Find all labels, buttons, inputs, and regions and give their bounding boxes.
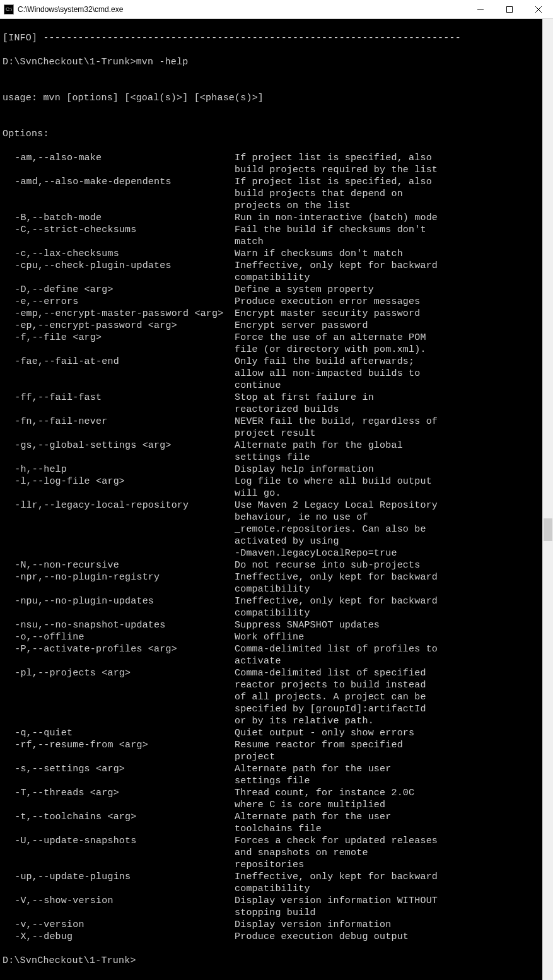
vertical-scrollbar[interactable] — [542, 19, 553, 980]
option-row: _remote.repositories. Can also be — [3, 523, 550, 535]
option-row: file (or directory with pom.xml). — [3, 344, 550, 356]
option-flag — [3, 583, 235, 595]
option-row: build projects required by the list — [3, 164, 550, 176]
option-desc: Work offline — [235, 631, 455, 643]
option-row: -B,--batch-modeRun in non-interactive (b… — [3, 212, 550, 224]
option-row: -fn,--fail-neverNEVER fail the build, re… — [3, 416, 550, 428]
option-desc: reactorized builds — [235, 404, 455, 416]
option-row: -v,--versionDisplay version information — [3, 919, 550, 931]
option-flag: -q,--quiet — [3, 727, 235, 739]
option-row: or by its relative path. — [3, 715, 550, 727]
option-desc: specified by [groupId]:artifactId — [235, 703, 455, 715]
option-row: behaviour, ie no use of — [3, 511, 550, 523]
option-desc: projects on the list — [235, 200, 455, 212]
svg-rect-1 — [507, 6, 513, 12]
option-desc: repositories — [235, 859, 455, 871]
option-desc: NEVER fail the build, regardless of — [235, 416, 455, 428]
cmd-icon: C:\ — [4, 4, 14, 15]
option-flag — [3, 452, 235, 464]
option-row: -o,--offlineWork offline — [3, 631, 550, 643]
option-desc: Produce execution error messages — [235, 296, 455, 308]
option-flag — [3, 272, 235, 284]
option-flag — [3, 799, 235, 811]
option-flag: -emp,--encrypt-master-password <arg> — [3, 308, 235, 320]
option-desc: Resume reactor from specified — [235, 739, 455, 751]
option-row: -D,--define <arg>Define a system propert… — [3, 284, 550, 296]
option-flag: -h,--help — [3, 464, 235, 475]
option-row: -s,--settings <arg>Alternate path for th… — [3, 763, 550, 775]
option-flag: -npr,--no-plugin-registry — [3, 571, 235, 583]
option-flag: -t,--toolchains <arg> — [3, 811, 235, 823]
option-row: stopping build — [3, 907, 550, 919]
option-flag: -npu,--no-plugin-updates — [3, 595, 235, 607]
prompt-line-1: D:\SvnCheckout\1-Trunk>mvn -help — [3, 56, 550, 68]
option-desc: _remote.repositories. Can also be — [235, 523, 455, 535]
option-row: -X,--debugProduce execution debug output — [3, 931, 550, 943]
option-desc: of all projects. A project can be — [235, 691, 455, 703]
option-row: where C is core multiplied — [3, 799, 550, 811]
info-line: [INFO] ---------------------------------… — [3, 32, 550, 44]
option-flag — [3, 751, 235, 763]
option-desc: Do not recurse into sub-projects — [235, 559, 455, 571]
option-flag: -cpu,--check-plugin-updates — [3, 260, 235, 272]
option-desc: Display version information — [235, 919, 455, 931]
option-flag — [3, 404, 235, 416]
option-row: build projects that depend on — [3, 188, 550, 200]
option-desc: Ineffective, only kept for backward — [235, 260, 455, 272]
option-desc: Ineffective, only kept for backward — [235, 871, 455, 883]
option-row: -f,--file <arg>Force the use of an alter… — [3, 332, 550, 344]
option-desc: Forces a check for updated releases — [235, 835, 455, 847]
option-flag — [3, 607, 235, 619]
option-row: -llr,--legacy-local-repositoryUse Maven … — [3, 499, 550, 511]
option-row: -rf,--resume-from <arg>Resume reactor fr… — [3, 739, 550, 751]
option-row: -t,--toolchains <arg>Alternate path for … — [3, 811, 550, 823]
option-row: -h,--helpDisplay help information — [3, 464, 550, 475]
minimize-button[interactable] — [466, 0, 495, 18]
option-row: settings file — [3, 452, 550, 464]
option-flag: -v,--version — [3, 919, 235, 931]
option-flag: -f,--file <arg> — [3, 332, 235, 344]
option-flag — [3, 883, 235, 895]
option-row: compatibility — [3, 883, 550, 895]
option-flag — [3, 164, 235, 176]
option-row: settings file — [3, 775, 550, 787]
option-row: -up,--update-pluginsIneffective, only ke… — [3, 871, 550, 883]
option-desc: Comma-delimited list of profiles to — [235, 643, 455, 655]
option-desc: Display version information WITHOUT — [235, 895, 455, 907]
option-desc: Fail the build if checksums don't — [235, 224, 455, 236]
option-desc: continue — [235, 380, 455, 392]
option-desc: behaviour, ie no use of — [235, 511, 455, 523]
option-row: -Dmaven.legacyLocalRepo=true — [3, 547, 550, 559]
option-desc: Encrypt server password — [235, 320, 455, 332]
option-flag — [3, 547, 235, 559]
window-controls — [466, 0, 553, 18]
option-flag: -fn,--fail-never — [3, 416, 235, 428]
option-desc: Run in non-interactive (batch) mode — [235, 212, 455, 224]
option-desc: match — [235, 236, 455, 248]
window-titlebar: C:\ C:\Windows\system32\cmd.exe — [0, 0, 553, 19]
option-row: -ep,--encrypt-password <arg>Encrypt serv… — [3, 320, 550, 332]
option-row: reactorized builds — [3, 404, 550, 416]
option-flag — [3, 368, 235, 380]
option-flag — [3, 703, 235, 715]
option-flag: -rf,--resume-from <arg> — [3, 739, 235, 751]
option-desc: activated by using — [235, 535, 455, 547]
option-flag — [3, 775, 235, 787]
option-desc: project result — [235, 428, 455, 440]
usage-line: usage: mvn [options] [<goal(s)>] [<phase… — [3, 92, 550, 104]
option-flag — [3, 847, 235, 859]
maximize-button[interactable] — [495, 0, 524, 18]
option-flag: -U,--update-snapshots — [3, 835, 235, 847]
option-flag: -c,--lax-checksums — [3, 248, 235, 260]
option-row: -c,--lax-checksumsWarn if checksums don'… — [3, 248, 550, 260]
option-desc: Ineffective, only kept for backward — [235, 595, 455, 607]
option-desc: Force the use of an alternate POM — [235, 332, 455, 344]
terminal-output[interactable]: [INFO] ---------------------------------… — [0, 19, 553, 980]
close-button[interactable] — [524, 0, 553, 18]
option-desc: toolchains file — [235, 823, 455, 835]
option-flag: -e,--errors — [3, 296, 235, 308]
option-desc: Alternate path for the global — [235, 440, 455, 452]
option-row: project — [3, 751, 550, 763]
scrollbar-thumb[interactable] — [544, 518, 552, 541]
option-flag: -B,--batch-mode — [3, 212, 235, 224]
